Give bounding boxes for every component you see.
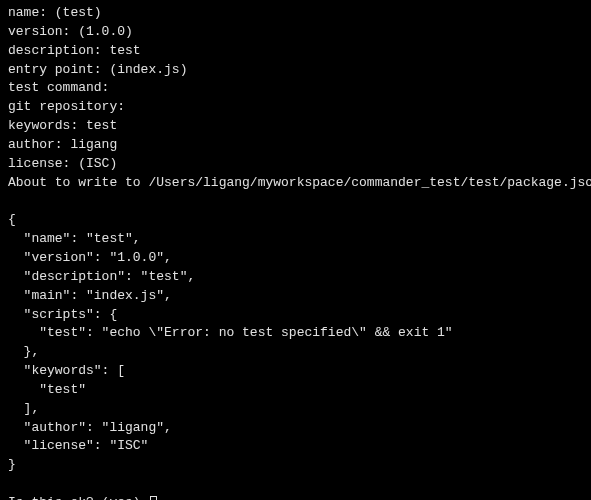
confirm-prompt[interactable]: Is this ok? (yes) xyxy=(8,494,583,500)
json-line: "keywords": [ xyxy=(8,362,583,381)
json-line: "author": "ligang", xyxy=(8,419,583,438)
prompt-description: description: test xyxy=(8,42,583,61)
blank-line xyxy=(8,475,583,494)
json-line: "description": "test", xyxy=(8,268,583,287)
prompt-entry-point: entry point: (index.js) xyxy=(8,61,583,80)
prompt-keywords: keywords: test xyxy=(8,117,583,136)
cursor-icon xyxy=(150,496,157,500)
json-line: "test" xyxy=(8,381,583,400)
terminal-output: name: (test) version: (1.0.0) descriptio… xyxy=(8,4,583,500)
prompt-version: version: (1.0.0) xyxy=(8,23,583,42)
json-line: "version": "1.0.0", xyxy=(8,249,583,268)
prompt-license: license: (ISC) xyxy=(8,155,583,174)
json-line: }, xyxy=(8,343,583,362)
json-line: "license": "ISC" xyxy=(8,437,583,456)
json-line: "name": "test", xyxy=(8,230,583,249)
json-line: "main": "index.js", xyxy=(8,287,583,306)
prompt-name: name: (test) xyxy=(8,4,583,23)
blank-line xyxy=(8,192,583,211)
prompt-git-repository: git repository: xyxy=(8,98,583,117)
prompt-author: author: ligang xyxy=(8,136,583,155)
confirm-text: Is this ok? (yes) xyxy=(8,494,148,500)
json-line: ], xyxy=(8,400,583,419)
prompt-test-command: test command: xyxy=(8,79,583,98)
json-line: "test": "echo \"Error: no test specified… xyxy=(8,324,583,343)
json-line: { xyxy=(8,211,583,230)
json-line: "scripts": { xyxy=(8,306,583,325)
about-to-write: About to write to /Users/ligang/myworksp… xyxy=(8,174,583,193)
json-line: } xyxy=(8,456,583,475)
